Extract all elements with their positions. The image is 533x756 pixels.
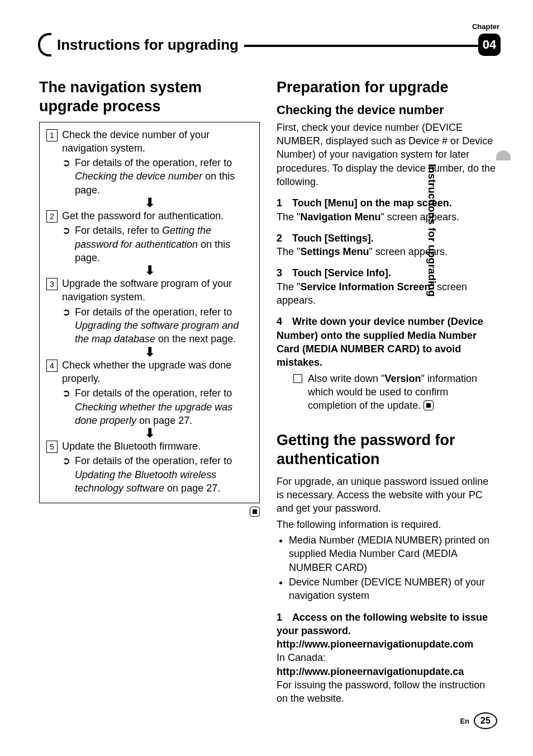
process-box: 1 Check the device number of your naviga…: [39, 122, 260, 504]
step-num: 4: [46, 360, 58, 372]
step-text: Get the password for authentication.: [62, 209, 223, 223]
step-1: 1 Check the device number of your naviga…: [46, 128, 253, 155]
step-5: 5 Update the Bluetooth firmware.: [46, 440, 253, 453]
step-num: 5: [46, 441, 58, 453]
down-arrow-icon: ⬇: [46, 264, 253, 277]
step-text: Check the device number of your navigati…: [62, 128, 253, 155]
check-step-1-after: The "Navigation Menu" screen appears.: [277, 210, 497, 224]
note-text: Also write down "Version" information wh…: [308, 372, 497, 413]
step-3: 3 Upgrade the software program of your n…: [46, 277, 253, 304]
pw-bullets: Media Number (MEDIA NUMBER) printed on s…: [277, 533, 497, 602]
note-icon: [293, 374, 302, 383]
pw-intro-1: For upgrade, an unique password issued o…: [277, 475, 497, 516]
pointer-icon: ➲: [62, 156, 70, 197]
detail-text: For details of the operation, refer to C…: [75, 386, 253, 427]
stop-icon: [423, 400, 434, 410]
step-4: 4 Check whether the upgrade was done pro…: [46, 358, 253, 386]
check-step-4-note: Also write down "Version" information wh…: [277, 372, 497, 413]
step-num: 3: [46, 278, 58, 290]
step-2-detail: ➲ For details, refer to Getting the pass…: [46, 224, 253, 264]
prep-title: Preparation for upgrade: [277, 78, 497, 97]
header-title: Instructions for upgrading: [57, 36, 239, 54]
step-3-detail: ➲ For details of the operation, refer to…: [46, 305, 253, 346]
pw-canada: In Canada:: [277, 651, 497, 664]
list-item: Device Number (DEVICE NUMBER) of your na…: [289, 575, 497, 603]
step-text: Check whether the upgrade was done prope…: [62, 358, 253, 386]
chapter-number: 04: [478, 34, 501, 56]
pw-intro-2: The following information is required.: [277, 518, 497, 531]
step-text: Update the Bluetooth firmware.: [62, 440, 201, 453]
footer-lang: En: [460, 717, 469, 725]
footer: En 25: [460, 712, 497, 729]
detail-text: For details of the operation, refer to U…: [75, 305, 253, 346]
check-step-4: 4Write down your device number (Device N…: [277, 315, 497, 369]
right-column: Preparation for upgrade Checking the dev…: [277, 78, 497, 706]
check-step-2: 2Touch [Settings].: [277, 231, 497, 245]
chapter-label: Chapter: [472, 22, 499, 31]
pointer-icon: ➲: [62, 386, 70, 427]
header-bar: Instructions for upgrading 04: [39, 34, 499, 56]
check-step-1: 1Touch [Menu] on the map screen.: [277, 196, 497, 210]
side-tab-cap: [496, 150, 511, 160]
detail-text: For details, refer to Getting the passwo…: [75, 224, 253, 264]
pointer-icon: ➲: [62, 224, 70, 264]
page-number: 25: [474, 712, 497, 729]
side-tab: Instructions for upgrading: [497, 154, 512, 377]
check-step-3-after: The "Service Information Screen" screen …: [277, 280, 497, 308]
pw-tail: For issuing the password, follow the ins…: [277, 678, 497, 706]
detail-text: For details of the operation, refer to C…: [75, 156, 253, 197]
step-num: 1: [46, 129, 58, 141]
down-arrow-icon: ⬇: [46, 427, 253, 440]
pw-title: Getting the password for authentication: [277, 431, 497, 469]
check-title: Checking the device number: [277, 103, 497, 117]
step-2: 2 Get the password for authentication.: [46, 209, 253, 223]
step-text: Upgrade the software program of your nav…: [62, 277, 253, 304]
check-intro: First, check your device number (DEVICE …: [277, 121, 497, 188]
left-column: The navigation system upgrade process 1 …: [39, 78, 260, 706]
side-tab-text: Instructions for upgrading: [426, 164, 438, 297]
pw-step-1: 1Access on the following website to issu…: [277, 611, 497, 638]
pw-url-2: http://www.pioneernavigationupdate.ca: [277, 665, 497, 678]
left-title: The navigation system upgrade process: [39, 78, 260, 116]
step-4-detail: ➲ For details of the operation, refer to…: [46, 386, 253, 427]
down-arrow-icon: ⬇: [46, 346, 253, 358]
stop-icon: [250, 507, 260, 517]
list-item: Media Number (MEDIA NUMBER) printed on s…: [289, 533, 497, 574]
section-end-mark: [39, 507, 260, 518]
check-step-2-after: The "Settings Menu" screen appears.: [277, 245, 497, 258]
pw-url-1: http://www.pioneernavigationupdate.com: [277, 637, 497, 651]
detail-text: For details of the operation, refer to U…: [75, 454, 253, 495]
pointer-icon: ➲: [62, 305, 70, 346]
header-title-wrap: Instructions for upgrading: [49, 36, 244, 54]
step-num: 2: [46, 210, 58, 223]
down-arrow-icon: ⬇: [46, 197, 253, 209]
pointer-icon: ➲: [62, 454, 70, 495]
step-5-detail: ➲ For details of the operation, refer to…: [46, 454, 253, 495]
check-step-3: 3Touch [Service Info].: [277, 266, 497, 280]
step-1-detail: ➲ For details of the operation, refer to…: [46, 156, 253, 197]
